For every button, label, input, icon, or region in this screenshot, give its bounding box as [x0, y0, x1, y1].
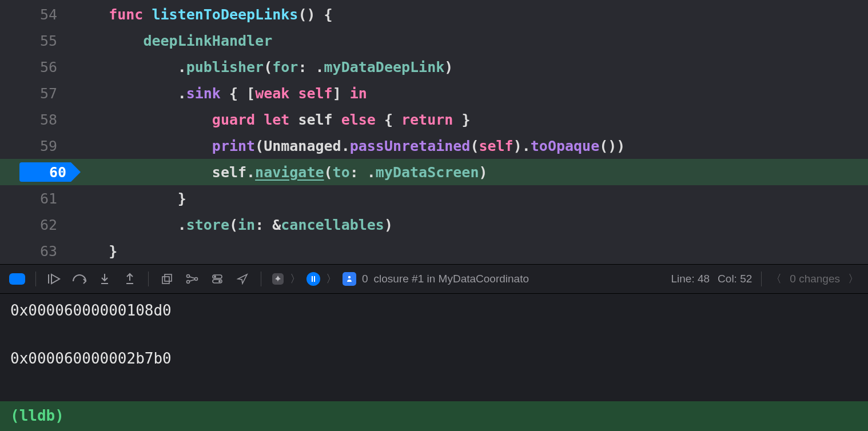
svg-rect-3 — [165, 274, 172, 281]
svg-rect-2 — [162, 277, 169, 284]
svg-point-9 — [214, 276, 216, 278]
changes-label: 0 changes — [790, 273, 840, 285]
svg-point-10 — [218, 280, 221, 282]
gutter-line-number[interactable]: 55 — [0, 33, 74, 49]
separator — [35, 272, 36, 286]
debug-bar: 〉 〉 0 closure #1 in MyDataCoordinato Lin… — [0, 264, 868, 294]
debug-memory-graph-button[interactable] — [184, 272, 200, 286]
svg-rect-1 — [126, 283, 133, 284]
breakpoint-marker[interactable]: 60 — [19, 162, 71, 182]
step-out-button[interactable] — [122, 272, 138, 286]
app-icon — [272, 273, 284, 285]
code-content: func listenToDeepLinks() { — [74, 6, 333, 23]
gutter-line-number[interactable]: 61 — [0, 190, 74, 207]
debug-view-hierarchy-button[interactable] — [159, 272, 175, 286]
chevron-left-icon[interactable]: 〈 — [771, 272, 782, 286]
code-line[interactable]: 58 guard let self else { return } — [0, 106, 868, 133]
environment-overrides-button[interactable] — [209, 272, 225, 286]
cursor-col-label: Col: 52 — [718, 273, 752, 285]
separator — [761, 272, 762, 286]
code-content: self.navigate(to: .myDataScreen) — [74, 164, 488, 181]
code-content: print(Unmanaged.passUnretained(self).toO… — [74, 138, 625, 154]
continue-button[interactable] — [46, 272, 62, 286]
code-content: guard let self else { return } — [74, 111, 470, 128]
code-editor[interactable]: 54 func listenToDeepLinks() { 55 deepLin… — [0, 0, 868, 264]
code-line[interactable]: 54 func listenToDeepLinks() { — [0, 1, 868, 27]
breakpoints-toggle-button[interactable] — [9, 272, 25, 286]
simulate-location-button[interactable] — [234, 272, 250, 286]
frame-icon — [343, 272, 356, 286]
console-output-line: 0x00006000000108d0 — [10, 302, 858, 319]
chevron-right-icon[interactable]: 〉 — [848, 272, 859, 286]
gutter-line-number[interactable]: 56 — [0, 59, 74, 75]
svg-point-5 — [187, 281, 190, 284]
cursor-line-label: Line: 48 — [671, 273, 710, 285]
svg-point-12 — [348, 276, 351, 278]
code-content: } — [74, 243, 117, 260]
thread-icon — [306, 272, 320, 286]
debug-breadcrumbs[interactable]: 〉 〉 0 closure #1 in MyDataCoordinato — [272, 272, 529, 286]
svg-point-4 — [187, 275, 190, 278]
separator — [261, 272, 261, 286]
gutter-line-number[interactable]: 62 — [0, 217, 74, 233]
svg-rect-0 — [101, 283, 108, 284]
code-content: deepLinkHandler — [74, 33, 272, 49]
code-line[interactable]: 62 .store(in: &cancellables) — [0, 211, 868, 238]
gutter-line-number[interactable]: 58 — [0, 111, 74, 128]
code-line[interactable]: 57 .sink { [weak self] in — [0, 80, 868, 106]
gutter-line-number[interactable]: 54 — [0, 6, 74, 23]
code-content: .publisher(for: .myDataDeepLink) — [74, 59, 453, 75]
step-over-button[interactable] — [71, 272, 87, 286]
code-line[interactable]: 61 } — [0, 185, 868, 211]
code-content: .store(in: &cancellables) — [74, 217, 393, 233]
code-line-breakpoint[interactable]: 60 self.navigate(to: .myDataScreen) — [0, 159, 868, 185]
code-content: } — [74, 190, 186, 207]
code-line[interactable]: 59 print(Unmanaged.passUnretained(self).… — [0, 133, 868, 159]
code-line[interactable]: 63 } — [0, 238, 868, 264]
step-into-button[interactable] — [97, 272, 113, 286]
lldb-prompt[interactable]: (lldb) — [0, 401, 868, 431]
chevron-right-icon: 〉 — [290, 272, 301, 286]
code-content: .sink { [weak self] in — [74, 85, 367, 102]
console-output-line: 0x000060000002b7b0 — [10, 350, 858, 367]
gutter-line-number[interactable]: 63 — [0, 243, 74, 260]
chevron-right-icon: 〉 — [326, 272, 337, 286]
stack-frame-label[interactable]: closure #1 in MyDataCoordinato — [374, 273, 529, 285]
gutter-line-number[interactable]: 59 — [0, 138, 74, 154]
status-right: Line: 48 Col: 52 〈 0 changes 〉 — [671, 272, 859, 286]
code-line[interactable]: 55 deepLinkHandler — [0, 27, 868, 54]
thread-count: 0 — [362, 273, 368, 285]
debug-console[interactable]: 0x00006000000108d0 0x000060000002b7b0 — [0, 294, 868, 401]
gutter-line-number[interactable]: 57 — [0, 85, 74, 102]
separator — [148, 272, 149, 286]
svg-point-6 — [195, 278, 198, 281]
code-line[interactable]: 56 .publisher(for: .myDataDeepLink) — [0, 54, 868, 80]
